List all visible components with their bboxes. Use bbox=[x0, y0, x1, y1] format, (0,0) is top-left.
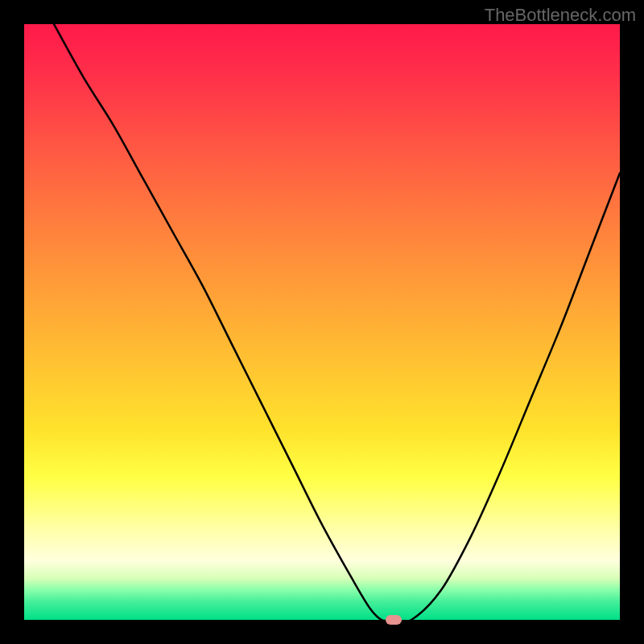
chart-container: TheBottleneck.com bbox=[0, 0, 644, 644]
optimal-point-marker bbox=[386, 615, 402, 625]
bottleneck-curve bbox=[24, 24, 620, 620]
watermark-text: TheBottleneck.com bbox=[485, 5, 636, 26]
plot-area bbox=[24, 24, 620, 620]
